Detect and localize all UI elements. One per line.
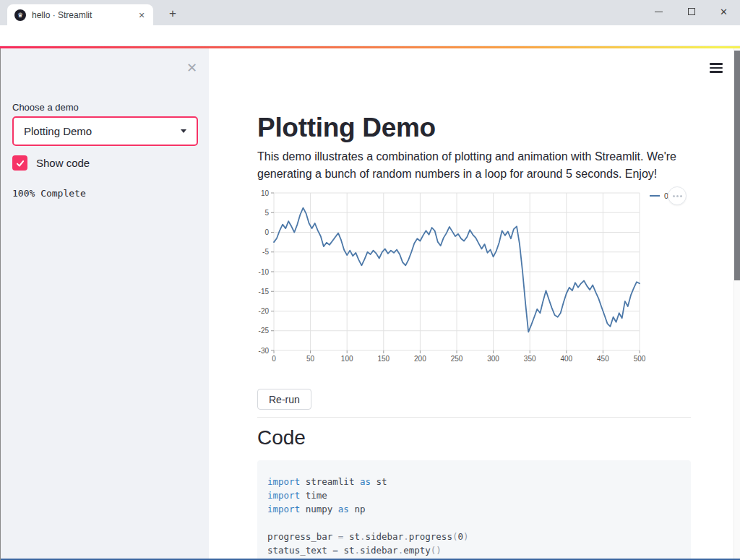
svg-text:300: 300 <box>487 355 499 363</box>
hamburger-menu-icon[interactable] <box>710 63 723 73</box>
svg-text:100: 100 <box>341 355 353 363</box>
browser-tab[interactable]: ♛ hello · Streamlit ✕ <box>7 4 153 25</box>
svg-text:200: 200 <box>414 355 426 363</box>
checkbox-label: Show code <box>36 157 90 169</box>
chart-canvas: 0501001502002503003504004505001050-5-10-… <box>257 184 691 365</box>
code-line: import time <box>267 488 679 502</box>
svg-text:400: 400 <box>560 355 572 363</box>
progress-status-text: 100% Complete <box>12 188 86 199</box>
window-controls: ✕ <box>642 0 740 23</box>
browser-toolbar: ← → ⟳ ⚠ 不安全 | 203.145.220.67 :8501 A 訪客 … <box>0 25 740 46</box>
scrollbar-track[interactable] <box>733 48 740 560</box>
chevron-down-icon <box>181 129 186 133</box>
selectbox-value: Plotting Demo <box>24 125 181 137</box>
demo-selectbox[interactable]: Plotting Demo <box>12 116 198 146</box>
svg-text:450: 450 <box>597 355 609 363</box>
svg-text:-15: -15 <box>259 288 270 296</box>
streamlit-favicon-icon: ♛ <box>14 9 26 21</box>
svg-text:-5: -5 <box>262 248 269 256</box>
main-panel: Plotting Demo This demo illustrates a co… <box>209 48 740 560</box>
code-line: progress_bar = st.sidebar.progress(0) <box>267 530 679 543</box>
new-tab-button[interactable]: + <box>163 5 182 22</box>
code-line <box>267 516 679 530</box>
svg-text:500: 500 <box>634 355 646 363</box>
line-chart: 0501001502002503003504004505001050-5-10-… <box>257 184 691 365</box>
code-line: import numpy as np <box>267 502 679 516</box>
code-line: status_text = st.sidebar.empty() <box>267 543 679 557</box>
code-heading: Code <box>257 426 306 449</box>
maximize-button[interactable] <box>675 0 707 23</box>
streamlit-app: ✕ Choose a demo Plotting Demo Show code … <box>0 48 740 560</box>
svg-text:-20: -20 <box>259 307 270 315</box>
svg-text:-10: -10 <box>259 268 270 276</box>
svg-text:10: 10 <box>261 189 270 197</box>
chart-actions-button[interactable] <box>668 186 687 205</box>
page-title: Plotting Demo <box>257 113 436 143</box>
minimize-button[interactable] <box>642 0 675 23</box>
code-line: import streamlit as st <box>267 475 679 488</box>
sidebar: ✕ Choose a demo Plotting Demo Show code … <box>1 48 209 560</box>
demo-description: This demo illustrates a combination of p… <box>257 148 691 183</box>
svg-text:-30: -30 <box>259 347 270 355</box>
section-divider <box>257 417 691 418</box>
code-block: import streamlit as stimport timeimport … <box>257 460 691 560</box>
svg-text:-25: -25 <box>259 327 270 335</box>
browser-tab-strip: ♛ hello · Streamlit ✕ + ✕ <box>0 0 740 25</box>
tab-close-icon[interactable]: ✕ <box>136 9 147 21</box>
svg-text:0: 0 <box>272 355 276 363</box>
rerun-button[interactable]: Re-run <box>257 389 311 410</box>
svg-text:50: 50 <box>306 355 315 363</box>
show-code-checkbox[interactable]: Show code <box>12 155 90 171</box>
maximize-icon <box>688 8 695 15</box>
svg-text:350: 350 <box>524 355 536 363</box>
close-icon: ✕ <box>720 7 728 17</box>
tab-title: hello · Streamlit <box>32 10 136 20</box>
svg-text:0: 0 <box>264 228 269 236</box>
svg-text:250: 250 <box>451 355 463 363</box>
svg-text:150: 150 <box>377 355 390 363</box>
select-label: Choose a demo <box>12 102 79 113</box>
sidebar-close-icon[interactable]: ✕ <box>186 61 197 74</box>
minimize-icon <box>655 12 663 12</box>
svg-text:5: 5 <box>264 209 269 217</box>
close-button[interactable]: ✕ <box>707 0 740 23</box>
scrollbar-thumb[interactable] <box>734 51 740 280</box>
checkbox-checked-icon <box>12 155 27 171</box>
